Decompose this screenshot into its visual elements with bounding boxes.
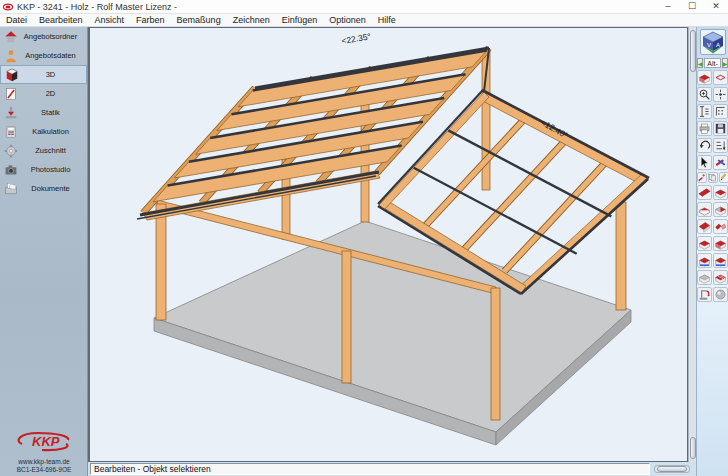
close-button[interactable]: ✕ bbox=[704, 0, 728, 14]
roof-solid-red-button[interactable] bbox=[713, 236, 728, 251]
sidebar-item-3d[interactable]: 3D bbox=[0, 65, 87, 84]
menu-item-optionen[interactable]: Optionen bbox=[323, 14, 372, 27]
sidebar-item-label: 2D bbox=[18, 89, 87, 98]
roof-gray-icon bbox=[698, 271, 711, 284]
roof-blue-left-button[interactable] bbox=[697, 253, 712, 268]
roof-gray-button[interactable] bbox=[697, 270, 712, 285]
roof-open-red-button[interactable] bbox=[697, 202, 712, 217]
roof-striped-red-icon bbox=[714, 271, 727, 284]
roof-fold-red-button[interactable] bbox=[713, 219, 728, 234]
left-roof-frame[interactable] bbox=[137, 48, 489, 220]
drawing-canvas[interactable]: <22.35° <12.40° bbox=[90, 28, 687, 461]
dimension-levels-button[interactable] bbox=[697, 104, 712, 119]
undo-icon bbox=[698, 139, 711, 152]
roof-tilt-red-icon bbox=[698, 220, 711, 233]
photostudio-icon bbox=[4, 163, 18, 177]
roof-flat-red-icon bbox=[698, 186, 711, 199]
menu-item-zeichnen[interactable]: Zeichnen bbox=[227, 14, 276, 27]
sphere-button[interactable] bbox=[713, 287, 728, 302]
sidebar-item-dokumente[interactable]: Dokumente bbox=[0, 179, 87, 198]
sidebar-item-label: Kalkulation bbox=[18, 127, 87, 136]
horizontal-scrollbar-thumb[interactable] bbox=[657, 466, 687, 472]
dimension-label-left-roof[interactable]: <22.35° bbox=[341, 31, 372, 46]
dimension-grid-icon bbox=[714, 105, 727, 118]
view-name-label: Alt-5 bbox=[704, 58, 721, 68]
svg-text:KKP: KKP bbox=[32, 434, 60, 449]
menu-item-bearbeiten[interactable]: Bearbeiten bbox=[33, 14, 89, 27]
menu-item-datei[interactable]: Datei bbox=[0, 14, 33, 27]
pencil-button[interactable] bbox=[719, 172, 728, 183]
roof-tilt-red-button[interactable] bbox=[697, 219, 712, 234]
save-button[interactable] bbox=[713, 121, 728, 136]
roof-flat-red-button[interactable] bbox=[697, 185, 712, 200]
brush-button[interactable] bbox=[697, 172, 707, 183]
roof-fold-red-icon bbox=[714, 220, 727, 233]
roof-solid-red-icon bbox=[714, 237, 727, 250]
horizontal-scrollbar[interactable] bbox=[654, 465, 690, 473]
roof-striped-red-button[interactable] bbox=[713, 270, 728, 285]
dokumente-icon bbox=[4, 182, 18, 196]
svg-text:A: A bbox=[716, 42, 720, 48]
menu-item-ansicht[interactable]: Ansicht bbox=[89, 14, 131, 27]
sidebar-item-label: Dokumente bbox=[18, 184, 87, 193]
sidebar-item-angebotsdaten[interactable]: Angebotsdaten bbox=[0, 46, 87, 65]
tools-button[interactable] bbox=[713, 155, 728, 170]
roof-hip-red-button[interactable] bbox=[713, 185, 728, 200]
next-view-button[interactable]: ▶ bbox=[722, 58, 728, 68]
crane-button[interactable] bbox=[697, 287, 712, 302]
sidebar-item-2d[interactable]: 2D bbox=[0, 84, 87, 103]
select-cursor-button[interactable] bbox=[697, 155, 712, 170]
copy-button[interactable] bbox=[708, 172, 718, 183]
roof-red-solid-button[interactable] bbox=[697, 70, 712, 85]
zoom-fit-icon bbox=[714, 88, 727, 101]
menu-bar: DateiBearbeitenAnsichtFarbenBemaßungZeic… bbox=[0, 14, 728, 27]
roof-blue-left-icon bbox=[698, 254, 711, 267]
maximize-button[interactable]: ☐ bbox=[680, 0, 704, 14]
menu-item-bemaung[interactable]: Bemaßung bbox=[171, 14, 227, 27]
undo-button[interactable] bbox=[697, 138, 712, 153]
sort-numeric-button[interactable] bbox=[713, 138, 728, 153]
roof-blue-right-icon bbox=[714, 254, 727, 267]
sidebar-item-angebotsordner[interactable]: Angebotsordner bbox=[0, 27, 87, 46]
status-message: Bearbeiten - Objekt selektieren bbox=[90, 463, 650, 475]
dimension-grid-button[interactable] bbox=[713, 104, 728, 119]
print-icon bbox=[698, 122, 711, 135]
zoom-in-button[interactable] bbox=[697, 87, 712, 102]
roof-white-red-button[interactable] bbox=[697, 236, 712, 251]
menu-item-einfgen[interactable]: Einfügen bbox=[276, 14, 324, 27]
person-icon bbox=[4, 49, 18, 63]
menu-item-farben[interactable]: Farben bbox=[130, 14, 171, 27]
pencil-icon bbox=[719, 173, 728, 182]
print-button[interactable] bbox=[697, 121, 712, 136]
roof-gray-red-button[interactable] bbox=[713, 202, 728, 217]
svg-text:V: V bbox=[707, 42, 711, 48]
zoom-fit-button[interactable] bbox=[713, 87, 728, 102]
zoom-in-icon bbox=[698, 88, 711, 101]
sidebar-item-kalkulation[interactable]: Kalkulation bbox=[0, 122, 87, 141]
dimension-levels-icon bbox=[698, 105, 711, 118]
sheet-2d-icon bbox=[4, 87, 18, 101]
application-window: KKP - 3241 - Holz - Rolf Master Lizenz -… bbox=[0, 0, 728, 476]
sidebar-footer: KKP www.kkp-team.de BC1-E34-696-9OE bbox=[0, 428, 88, 474]
house-red-icon bbox=[4, 30, 18, 44]
website-link[interactable]: www.kkp-team.de bbox=[0, 458, 88, 466]
sidebar-item-zuschnitt[interactable]: Zuschnitt bbox=[0, 141, 87, 160]
menu-item-hilfe[interactable]: Hilfe bbox=[372, 14, 402, 27]
vertical-scrollbar[interactable] bbox=[688, 27, 696, 462]
zuschnitt-icon bbox=[4, 144, 18, 158]
sphere-icon bbox=[714, 288, 727, 301]
sidebar-item-statik[interactable]: Statik bbox=[0, 103, 87, 122]
select-cursor-icon bbox=[698, 156, 711, 169]
roof-white-red-icon bbox=[698, 237, 711, 250]
status-bar: Bearbeiten - Objekt selektieren bbox=[88, 462, 696, 476]
prev-view-button[interactable]: ◀ bbox=[697, 58, 704, 68]
minimize-button[interactable]: – bbox=[656, 0, 680, 14]
tools-icon bbox=[714, 156, 727, 169]
roof-red-outline-button[interactable] bbox=[713, 70, 728, 85]
sidebar-item-label: Angebotsdaten bbox=[18, 51, 87, 60]
sidebar-item-photostudio[interactable]: Photostudio bbox=[0, 160, 87, 179]
view-cube-button[interactable]: VA bbox=[700, 29, 726, 55]
right-toolbar: VA ◀ Alt-5 ▶ bbox=[696, 27, 728, 476]
roof-blue-right-button[interactable] bbox=[713, 253, 728, 268]
sidebar-item-label: Photostudio bbox=[18, 165, 87, 174]
